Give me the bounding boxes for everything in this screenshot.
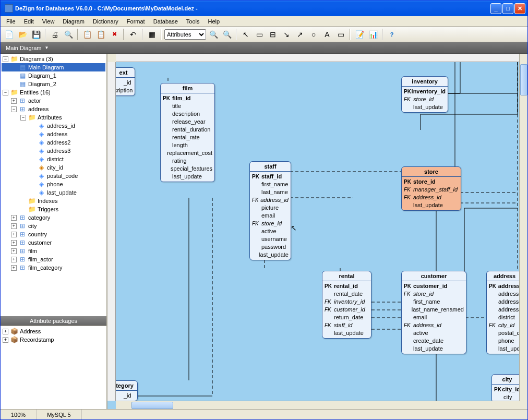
menu-view[interactable]: View bbox=[39, 17, 58, 26]
minimize-button[interactable]: _ bbox=[490, 3, 501, 14]
tree-attr[interactable]: ◈last_update bbox=[2, 188, 105, 197]
report-button[interactable]: 📊 bbox=[367, 28, 379, 41]
tree-attr[interactable]: ◈address_id bbox=[2, 122, 105, 130]
tree-indexes[interactable]: 📁Indexes bbox=[2, 197, 105, 205]
entity-attr: district bbox=[489, 314, 519, 321]
zoom-out-button[interactable]: 🔍 bbox=[221, 28, 233, 41]
entity-staff[interactable]: staffPKstaff_idfirst_namelast_nameFKaddr… bbox=[249, 161, 291, 260]
tree-attr[interactable]: ◈phone bbox=[2, 180, 105, 188]
tree-film-actor[interactable]: +⊞film_actor bbox=[2, 255, 105, 263]
undo-button[interactable]: ↶ bbox=[127, 28, 139, 41]
delete-button[interactable]: ✖ bbox=[108, 28, 121, 41]
packages-pane[interactable]: +📦Address +📦Recordstamp bbox=[1, 326, 106, 409]
tree-attr[interactable]: ◈district bbox=[2, 155, 105, 163]
new-button[interactable]: 📄 bbox=[3, 28, 15, 41]
entity-attr: FKstaff_id bbox=[325, 321, 369, 329]
save-button[interactable]: 💾 bbox=[30, 28, 42, 41]
tree-city[interactable]: +⊞city bbox=[2, 222, 105, 230]
entity-tool[interactable]: ▭ bbox=[253, 28, 266, 41]
diagram-tab-label: Main Diagram bbox=[6, 45, 41, 51]
menu-edit[interactable]: Edit bbox=[20, 17, 38, 26]
note-tool[interactable]: ▭ bbox=[334, 28, 347, 41]
tree-attr[interactable]: ◈city_id bbox=[2, 163, 105, 172]
entity-store[interactable]: storePKstore_idFKmanager_staff_idFKaddre… bbox=[401, 166, 461, 211]
tree-address[interactable]: −⊞address bbox=[2, 105, 105, 113]
menu-file[interactable]: File bbox=[3, 17, 19, 26]
tree-customer[interactable]: +⊞customer bbox=[2, 238, 105, 247]
entity-customer[interactable]: customerPKcustomer_idFKstore_idfirst_nam… bbox=[401, 271, 466, 354]
tree-triggers[interactable]: 📁Triggers bbox=[2, 205, 105, 213]
tree-attr[interactable]: ◈postal_code bbox=[2, 172, 105, 180]
tree-actor[interactable]: +⊞actor bbox=[2, 97, 105, 105]
scrollbar-vertical[interactable] bbox=[519, 54, 527, 401]
tree-country[interactable]: +⊞country bbox=[2, 230, 105, 238]
entity-title: store bbox=[402, 167, 461, 177]
entity-attr: PKcity_id bbox=[494, 386, 519, 393]
rel2-tool[interactable]: ↘ bbox=[280, 28, 293, 41]
preview-button[interactable]: 🔍 bbox=[62, 28, 75, 41]
pointer-tool[interactable]: ↖ bbox=[239, 28, 252, 41]
rel3-tool[interactable]: ↗ bbox=[294, 28, 306, 41]
print-button[interactable]: 🖨 bbox=[49, 28, 61, 41]
diagram-canvas[interactable]: ext_idcription filmPKfilm_idtitledescrip… bbox=[116, 62, 519, 401]
tree-attr[interactable]: ◈address2 bbox=[2, 138, 105, 147]
entity-attr: last_update bbox=[404, 103, 446, 111]
menu-tools[interactable]: Tools bbox=[183, 17, 203, 26]
tree-entities[interactable]: −📁Entities (16) bbox=[2, 88, 105, 97]
entity-inventory[interactable]: inventoryPKinventory_idFKstore_idlast_up… bbox=[401, 76, 448, 113]
entity-attr: last_update bbox=[404, 201, 459, 209]
pkg-recordstamp[interactable]: +📦Recordstamp bbox=[2, 335, 105, 344]
entity-attr: FKcity_id bbox=[489, 321, 519, 329]
rel1-tool[interactable]: ⊟ bbox=[267, 28, 279, 41]
status-db: MySQL 5 bbox=[37, 410, 81, 419]
zoom-in-button[interactable]: 🔍 bbox=[207, 28, 220, 41]
entity-film[interactable]: filmPKfilm_idtitledescriptionrelease_yea… bbox=[160, 83, 215, 182]
entity-rental[interactable]: rentalPKrental_idrental_dateFKinventory_… bbox=[322, 271, 371, 339]
menu-diagram[interactable]: Diagram bbox=[59, 17, 88, 26]
entity-attr: postal_c bbox=[489, 329, 519, 337]
tree-main-diagram[interactable]: ▦Main Diagram bbox=[2, 63, 105, 71]
tree-film[interactable]: +⊞film bbox=[2, 247, 105, 255]
tree-attr[interactable]: ◈address bbox=[2, 130, 105, 138]
tree-diagram2[interactable]: ▦Diagram_2 bbox=[2, 80, 105, 88]
entity-attr: length bbox=[163, 141, 212, 149]
grid-button[interactable]: ▦ bbox=[146, 28, 158, 41]
tree-diagram1[interactable]: ▦Diagram_1 bbox=[2, 71, 105, 80]
menu-database[interactable]: Database bbox=[150, 17, 182, 26]
text-tool[interactable]: A bbox=[321, 28, 333, 41]
pkg-address[interactable]: +📦Address bbox=[2, 327, 105, 335]
copy-button[interactable]: 📋 bbox=[81, 28, 93, 41]
entity-title: staff bbox=[250, 162, 291, 172]
circle-tool[interactable]: ○ bbox=[307, 28, 320, 41]
scrollbar-horizontal[interactable] bbox=[116, 401, 519, 409]
entity-tegory[interactable]: tegory_id bbox=[116, 380, 138, 401]
tree-category[interactable]: +⊞category bbox=[2, 213, 105, 222]
entity-attr: FKcustomer_id bbox=[325, 306, 369, 314]
open-button[interactable]: 📂 bbox=[16, 28, 29, 41]
paste-button[interactable]: 📋 bbox=[94, 28, 107, 41]
menu-format[interactable]: Format bbox=[123, 17, 149, 26]
entity-city[interactable]: cityPKcity_idcity bbox=[491, 374, 519, 401]
tree-attr[interactable]: ◈address3 bbox=[2, 147, 105, 155]
entity-attr: _id bbox=[116, 392, 135, 400]
display-combo[interactable]: Attributes bbox=[164, 29, 206, 40]
entity-address[interactable]: addressPKaddressaddressaddressaddressdis… bbox=[486, 271, 519, 354]
entity-attr: picture bbox=[252, 204, 289, 212]
entity-attr: address bbox=[489, 290, 519, 298]
entity-ext[interactable]: ext_idcription bbox=[116, 67, 135, 96]
tree-address-attrs[interactable]: −📁Attributes bbox=[2, 113, 105, 122]
diagram-tab[interactable]: Main Diagram ▼ bbox=[1, 42, 527, 54]
entity-title: customer bbox=[402, 271, 466, 281]
maximize-button[interactable]: □ bbox=[502, 3, 513, 14]
entity-attr: rating bbox=[163, 157, 212, 165]
gen-button[interactable]: 📝 bbox=[353, 28, 366, 41]
tree-film-category[interactable]: +⊞film_category bbox=[2, 263, 105, 272]
close-button[interactable]: ✕ bbox=[514, 3, 525, 14]
tree-diagrams[interactable]: −📁Diagrams (3) bbox=[2, 55, 105, 63]
tree-pane[interactable]: −📁Diagrams (3) ▦Main Diagram ▦Diagram_1 … bbox=[1, 54, 106, 316]
menu-help[interactable]: Help bbox=[204, 17, 223, 26]
help-button[interactable]: ? bbox=[386, 28, 398, 41]
entity-attr: FKstore_id bbox=[404, 95, 446, 103]
entity-title: rental bbox=[322, 271, 371, 281]
menu-dictionary[interactable]: Dictionary bbox=[89, 17, 122, 26]
